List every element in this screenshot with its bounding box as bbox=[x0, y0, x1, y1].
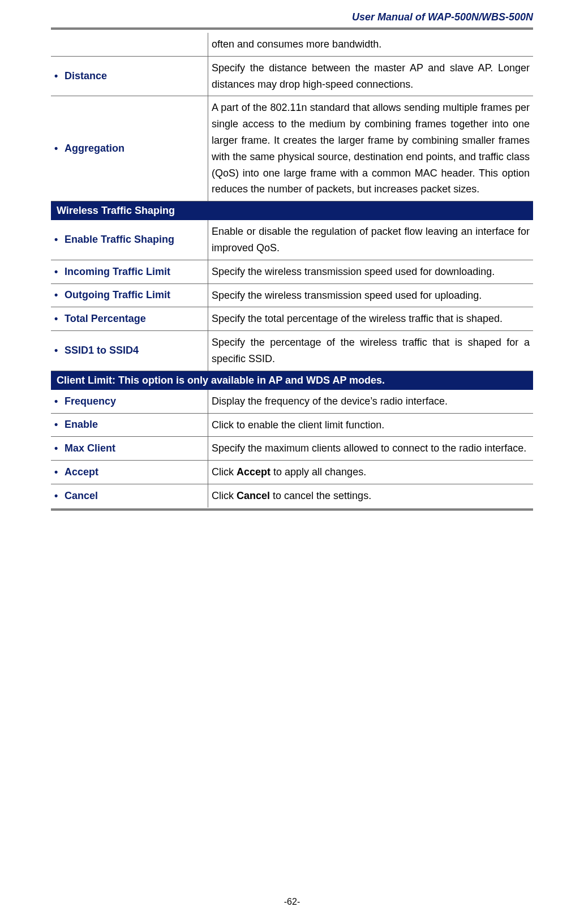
param-desc: often and consumes more bandwidth. bbox=[208, 33, 534, 56]
table-row: •DistanceSpecify the distance between th… bbox=[51, 56, 533, 96]
definitions-table: often and consumes more bandwidth.•Dista… bbox=[51, 33, 533, 508]
desc-text: to apply all changes. bbox=[270, 466, 366, 478]
bullet-icon: • bbox=[54, 266, 65, 278]
param-label: •Outgoing Traffic Limit bbox=[51, 283, 208, 307]
param-desc: Click Cancel to cancel the settings. bbox=[208, 484, 534, 507]
param-desc: Specify the percentage of the wireless t… bbox=[208, 331, 534, 371]
param-label-text: Total Percentage bbox=[65, 313, 146, 324]
param-desc: Specify the wireless transmission speed … bbox=[208, 283, 534, 307]
table-row: •SSID1 to SSID4Specify the percentage of… bbox=[51, 331, 533, 371]
bullet-icon: • bbox=[54, 289, 65, 301]
param-desc: A part of the 802.11n standard that allo… bbox=[208, 96, 534, 201]
table-row: •Total PercentageSpecify the total perce… bbox=[51, 307, 533, 331]
param-desc: Click Accept to apply all changes. bbox=[208, 461, 534, 484]
page-number: -62- bbox=[0, 897, 584, 907]
param-desc: Specify the maximum clients allowed to c… bbox=[208, 437, 534, 461]
desc-text: Click bbox=[212, 490, 237, 501]
bullet-icon: • bbox=[54, 234, 65, 246]
param-label: •Max Client bbox=[51, 437, 208, 461]
param-label-text: Enable Traffic Shaping bbox=[65, 234, 174, 245]
param-label: •Enable bbox=[51, 413, 208, 437]
param-label: •Frequency bbox=[51, 390, 208, 413]
desc-text: Click bbox=[212, 466, 237, 478]
bullet-icon: • bbox=[54, 313, 65, 325]
param-label: •Accept bbox=[51, 461, 208, 484]
param-label: •Cancel bbox=[51, 484, 208, 507]
param-desc: Specify the wireless transmission speed … bbox=[208, 260, 534, 283]
bullet-icon: • bbox=[54, 442, 65, 454]
param-label-text: Aggregation bbox=[65, 143, 124, 154]
top-rule bbox=[51, 28, 533, 29]
bullet-icon: • bbox=[54, 490, 65, 502]
param-label-text: Frequency bbox=[65, 396, 116, 407]
bullet-icon: • bbox=[54, 466, 65, 478]
param-label: •Total Percentage bbox=[51, 307, 208, 331]
param-desc: Enable or disable the regulation of pack… bbox=[208, 220, 534, 260]
param-label: •SSID1 to SSID4 bbox=[51, 331, 208, 371]
param-label-text: Max Client bbox=[65, 442, 115, 454]
param-label: •Distance bbox=[51, 56, 208, 96]
param-label-text: Accept bbox=[65, 466, 98, 478]
table-row: •Outgoing Traffic LimitSpecify the wirel… bbox=[51, 283, 533, 307]
param-label-text: Distance bbox=[65, 70, 107, 81]
bullet-icon: • bbox=[54, 143, 65, 154]
param-label: •Aggregation bbox=[51, 96, 208, 201]
param-label: •Incoming Traffic Limit bbox=[51, 260, 208, 283]
bullet-icon: • bbox=[54, 345, 65, 356]
page-header-title: User Manual of WAP-500N/WBS-500N bbox=[51, 11, 533, 23]
desc-strong: Cancel bbox=[237, 490, 270, 501]
param-label: •Enable Traffic Shaping bbox=[51, 220, 208, 260]
section-header: Wireless Traffic Shaping bbox=[51, 201, 533, 221]
param-desc: Display the frequency of the device’s ra… bbox=[208, 390, 534, 413]
section-header: Client Limit: This option is only availa… bbox=[51, 371, 533, 390]
param-label-text: Cancel bbox=[65, 490, 98, 501]
param-label-text: SSID1 to SSID4 bbox=[65, 345, 139, 356]
table-row: •Incoming Traffic LimitSpecify the wirel… bbox=[51, 260, 533, 283]
param-desc: Specify the distance between the master … bbox=[208, 56, 534, 96]
bullet-icon: • bbox=[54, 70, 65, 82]
table-row: •AcceptClick Accept to apply all changes… bbox=[51, 461, 533, 484]
table-row: •Enable Traffic ShapingEnable or disable… bbox=[51, 220, 533, 260]
param-label bbox=[51, 33, 208, 56]
table-row: •FrequencyDisplay the frequency of the d… bbox=[51, 390, 533, 413]
bottom-rule bbox=[51, 509, 533, 510]
param-label-text: Outgoing Traffic Limit bbox=[65, 289, 170, 300]
param-desc: Click to enable the client limit functio… bbox=[208, 413, 534, 437]
param-label-text: Incoming Traffic Limit bbox=[65, 266, 170, 277]
table-row: often and consumes more bandwidth. bbox=[51, 33, 533, 56]
bullet-icon: • bbox=[54, 419, 65, 431]
table-row: •AggregationA part of the 802.11n standa… bbox=[51, 96, 533, 201]
param-label-text: Enable bbox=[65, 419, 98, 430]
bullet-icon: • bbox=[54, 396, 65, 407]
table-row: •EnableClick to enable the client limit … bbox=[51, 413, 533, 437]
table-row: •CancelClick Cancel to cancel the settin… bbox=[51, 484, 533, 507]
table-row: •Max ClientSpecify the maximum clients a… bbox=[51, 437, 533, 461]
desc-text: to cancel the settings. bbox=[270, 490, 371, 501]
section-title: Client Limit: This option is only availa… bbox=[51, 371, 533, 390]
desc-strong: Accept bbox=[237, 466, 270, 478]
param-desc: Specify the total percentage of the wire… bbox=[208, 307, 534, 331]
section-title: Wireless Traffic Shaping bbox=[51, 201, 533, 221]
